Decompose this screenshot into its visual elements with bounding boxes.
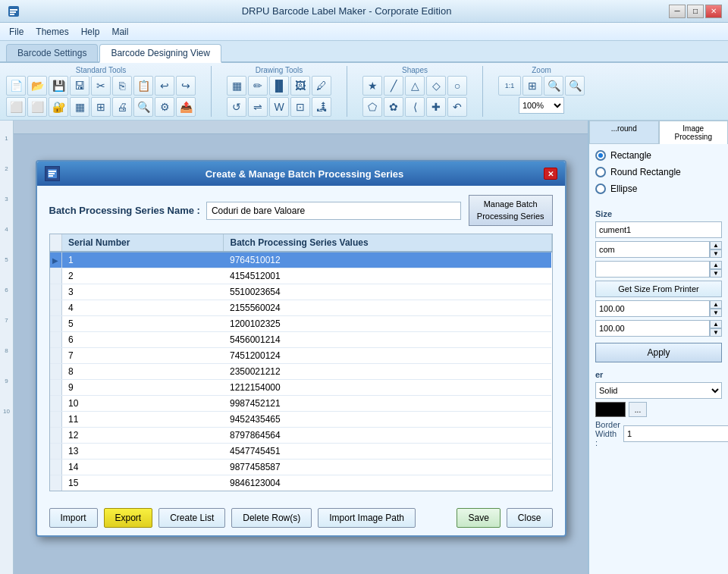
table-row[interactable]: 65456001214	[50, 331, 552, 347]
zoom-ratio-button[interactable]: 1:1	[498, 76, 521, 96]
tab-barcode-designing[interactable]: Barcode Designing View	[99, 44, 221, 63]
create-list-button[interactable]: Create List	[158, 508, 225, 528]
close-button[interactable]: ✕	[705, 5, 722, 18]
zoom-out-button[interactable]: 🔍	[565, 76, 585, 96]
table-row[interactable]: 91212154000	[50, 379, 552, 395]
new-button[interactable]: 📄	[6, 76, 26, 96]
text-tool-button[interactable]: ✏	[248, 76, 268, 96]
table-row[interactable]: 119452435465	[50, 411, 552, 427]
word-button[interactable]: W	[269, 97, 289, 117]
cross-button[interactable]: ✚	[426, 97, 446, 117]
table-row[interactable]: 128797864564	[50, 427, 552, 443]
size-up-btn2[interactable]: ▲	[710, 261, 722, 269]
table-row[interactable]: 82350021212	[50, 363, 552, 379]
tab-image-processing[interactable]: Image Processing	[659, 121, 729, 144]
undo2-button[interactable]: ↶	[447, 97, 467, 117]
table-row[interactable]: 149877458587	[50, 459, 552, 475]
print-button[interactable]: 🖨	[112, 97, 132, 117]
copy-button[interactable]: ⎘	[112, 76, 132, 96]
table-row[interactable]: 159846123004	[50, 475, 552, 491]
size-input-2[interactable]	[595, 241, 710, 258]
width-input[interactable]	[595, 300, 710, 317]
import-image-path-button[interactable]: Import Image Path	[318, 508, 416, 528]
manage-batch-button[interactable]: Manage BatchProcessing Series	[469, 195, 553, 226]
table-row[interactable]: 35510023654	[50, 284, 552, 300]
menu-mail[interactable]: Mail	[105, 25, 134, 39]
menu-file[interactable]: File	[3, 25, 30, 39]
draw-button[interactable]: 🖊	[312, 76, 331, 96]
table-row[interactable]: 51200102325	[50, 315, 552, 331]
width-down-btn[interactable]: ▼	[710, 309, 722, 317]
tab-barcode-settings[interactable]: Barcode Settings	[6, 44, 98, 61]
save-as-button[interactable]: 🖫	[70, 76, 89, 96]
save-toolbar-button[interactable]: 💾	[49, 76, 68, 96]
height-up-btn[interactable]: ▲	[710, 320, 722, 328]
shape-rectangle-option[interactable]: Rectangle	[595, 150, 722, 161]
image2-button[interactable]: 🏞	[312, 97, 331, 117]
minimize-button[interactable]: ─	[669, 5, 686, 18]
align-left-button[interactable]: ⬜	[6, 97, 26, 117]
width-up-btn[interactable]: ▲	[710, 300, 722, 309]
align-center-button[interactable]: ⬜	[27, 97, 47, 117]
table-row[interactable]: 24154512001	[50, 268, 552, 284]
triangle-button[interactable]: △	[405, 76, 425, 96]
resize-button[interactable]: ⊡	[290, 97, 310, 117]
tab-background[interactable]: ...round	[589, 121, 659, 144]
cut-button[interactable]: ✂	[91, 76, 111, 96]
export2-button[interactable]: 📤	[176, 97, 196, 117]
size-up-btn[interactable]: ▲	[710, 241, 722, 249]
close-modal-button[interactable]: Close	[507, 508, 553, 528]
table-row[interactable]: 77451200124	[50, 347, 552, 363]
flip-button[interactable]: ⇌	[248, 97, 268, 117]
gear-button[interactable]: ✿	[384, 97, 403, 117]
undo-button[interactable]: ↩	[155, 76, 174, 96]
grid2-button[interactable]: ⊞	[91, 97, 111, 117]
import-button[interactable]: Import	[49, 508, 98, 528]
table-row[interactable]: ▶19764510012	[50, 252, 552, 268]
height-down-btn[interactable]: ▼	[710, 328, 722, 337]
grid-button[interactable]: ▦	[70, 97, 89, 117]
table-row[interactable]: 109987452121	[50, 395, 552, 411]
preview-button[interactable]: 🔍	[133, 97, 153, 117]
barcode2-button[interactable]: ▐▌	[269, 76, 289, 96]
get-size-from-printer-button[interactable]: Get Size From Printer	[595, 281, 722, 297]
zoom-in-button[interactable]: 🔍	[544, 76, 563, 96]
modal-close-button[interactable]: ✕	[544, 168, 557, 180]
menu-help[interactable]: Help	[75, 25, 106, 39]
size-input-1[interactable]	[595, 221, 722, 238]
paste-button[interactable]: 📋	[133, 76, 153, 96]
table-row[interactable]: 134547745451	[50, 443, 552, 459]
settings-button[interactable]: ⚙	[155, 97, 174, 117]
line-button[interactable]: ╱	[384, 76, 403, 96]
delete-row-button[interactable]: Delete Row(s)	[231, 508, 312, 528]
align-right-button[interactable]: 🔐	[49, 97, 68, 117]
rotate-button[interactable]: ↺	[227, 97, 246, 117]
menu-themes[interactable]: Themes	[30, 25, 74, 39]
size-down-btn2[interactable]: ▼	[710, 269, 722, 278]
apply-button[interactable]: Apply	[595, 343, 722, 362]
shape-round-rectangle-option[interactable]: Round Rectangle	[595, 167, 722, 177]
arrow-button[interactable]: ⟨	[405, 97, 425, 117]
table-row[interactable]: 42155560024	[50, 300, 552, 315]
image-button[interactable]: 🖼	[290, 76, 310, 96]
border-width-input[interactable]	[623, 425, 728, 442]
diamond-button[interactable]: ◇	[426, 76, 446, 96]
size-down-btn[interactable]: ▼	[710, 249, 722, 258]
size-input-3[interactable]	[595, 261, 710, 278]
save-button[interactable]: Save	[457, 508, 500, 528]
height-input[interactable]	[595, 320, 710, 337]
circle-button[interactable]: ○	[447, 76, 467, 96]
redo-button[interactable]: ↪	[176, 76, 196, 96]
pentagon-button[interactable]: ⬠	[362, 97, 382, 117]
shape-ellipse-option[interactable]: Ellipse	[595, 183, 722, 194]
star-button[interactable]: ★	[362, 76, 382, 96]
maximize-button[interactable]: □	[687, 5, 704, 18]
zoom-select[interactable]: 100% 50% 75% 125% 150% 200%	[519, 97, 564, 114]
series-name-input[interactable]	[206, 202, 461, 220]
zoom-fit-button[interactable]: ⊞	[522, 76, 542, 96]
color-swatch[interactable]	[595, 402, 626, 417]
barcode-tool-button[interactable]: ▦	[227, 76, 246, 96]
border-style-select[interactable]: Solid Dashed Dotted	[595, 382, 722, 399]
open-button[interactable]: 📂	[27, 76, 47, 96]
export-button[interactable]: Export	[104, 508, 153, 528]
